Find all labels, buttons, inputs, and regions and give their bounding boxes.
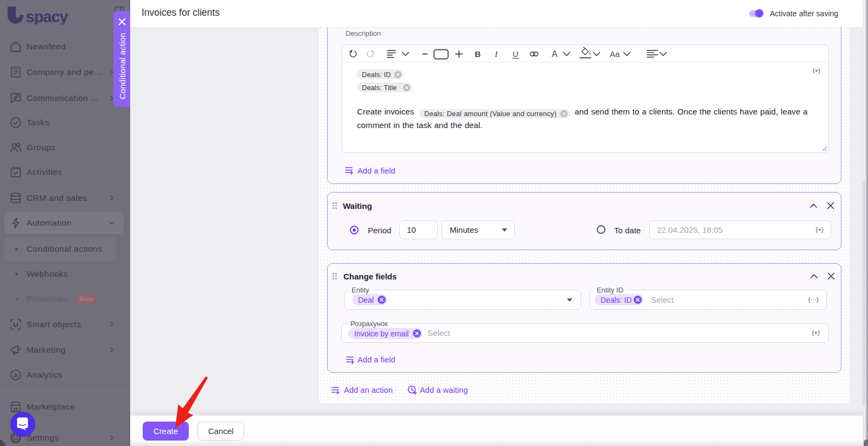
svg-text:U: U — [513, 50, 518, 59]
svg-text:B: B — [475, 49, 481, 59]
svg-text:Aa: Aa — [610, 49, 620, 59]
svg-text:spacy: spacy — [26, 8, 68, 24]
svg-text:I: I — [494, 49, 498, 59]
svg-text:A: A — [552, 49, 558, 59]
